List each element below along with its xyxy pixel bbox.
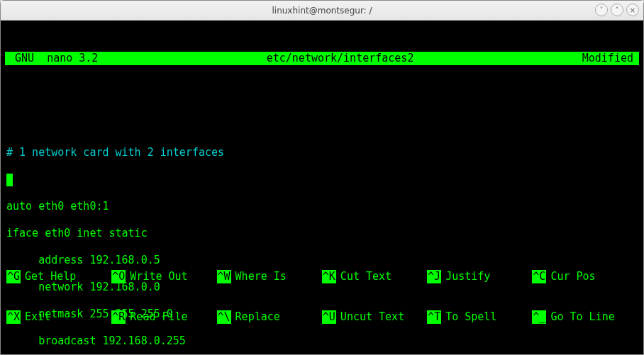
nano-status: Modified: [582, 52, 636, 65]
cursor-line: [6, 173, 643, 186]
shortcut-get-help[interactable]: ^GGet Help: [6, 270, 111, 283]
shortcut-write-out[interactable]: ^OWrite Out: [111, 270, 216, 283]
minimize-button[interactable]: ˅: [595, 4, 608, 16]
shortcut-cut-text[interactable]: ^KCut Text: [322, 270, 427, 283]
shortcut-replace[interactable]: ^\Replace: [217, 310, 322, 324]
shortcut-key: ^W: [217, 270, 231, 283]
window-title: linuxhint@montsegur: /: [272, 6, 372, 16]
shortcut-row-2: ^XExit ^RRead File ^\Replace ^UUncut Tex…: [6, 310, 638, 324]
maximize-button[interactable]: ˄: [611, 4, 623, 16]
shortcut-label: To Spell: [445, 310, 496, 324]
shortcut-label: Cur Pos: [550, 270, 595, 283]
shortcut-where-is[interactable]: ^WWhere Is: [217, 270, 322, 283]
shortcut-bar: ^GGet Help ^OWrite Out ^WWhere Is ^KCut …: [6, 243, 638, 351]
shortcut-row-1: ^GGet Help ^OWrite Out ^WWhere Is ^KCut …: [6, 270, 638, 283]
shortcut-key: ^U: [322, 310, 336, 324]
shortcut-label: Go To Line: [550, 310, 614, 324]
shortcut-label: Cut Text: [340, 270, 392, 283]
shortcut-key: ^_: [532, 310, 546, 324]
shortcut-key: ^O: [111, 270, 126, 283]
shortcut-uncut-text[interactable]: ^UUncut Text: [322, 310, 427, 324]
terminal-area[interactable]: GNU nano 3.2 etc/network/interfaces2 Mod…: [1, 21, 643, 354]
nano-version: GNU nano 3.2: [8, 52, 98, 65]
terminal-window: linuxhint@montsegur: / ˅ ˄ × GNU nano 3.…: [0, 0, 644, 355]
shortcut-key: ^C: [532, 270, 546, 283]
shortcut-label: Where Is: [235, 270, 287, 283]
window-titlebar: linuxhint@montsegur: / ˅ ˄ ×: [1, 1, 643, 21]
shortcut-read-file[interactable]: ^RRead File: [111, 310, 216, 324]
shortcut-key: ^G: [6, 270, 21, 283]
shortcut-label: Replace: [235, 310, 280, 324]
shortcut-key: ^X: [6, 310, 21, 324]
shortcut-exit[interactable]: ^XExit: [6, 310, 111, 324]
nano-header: GNU nano 3.2 etc/network/interfaces2 Mod…: [5, 52, 639, 65]
shortcut-key: ^T: [427, 310, 441, 324]
text-cursor: [6, 174, 13, 186]
shortcut-label: Read File: [130, 310, 187, 324]
shortcut-label: Get Help: [25, 270, 76, 283]
shortcut-key: ^R: [111, 310, 126, 324]
shortcut-key: ^K: [322, 270, 336, 283]
shortcut-label: Uncut Text: [340, 310, 404, 324]
close-button[interactable]: ×: [626, 4, 639, 16]
shortcut-label: Write Out: [130, 270, 187, 283]
shortcut-key: ^\: [217, 310, 231, 324]
nano-filename: etc/network/interfaces2: [98, 52, 582, 65]
shortcut-go-to-line[interactable]: ^_Go To Line: [532, 310, 637, 324]
editor-line: iface eth0 inet static: [6, 227, 643, 240]
shortcut-key: ^J: [427, 270, 441, 283]
window-controls: ˅ ˄ ×: [595, 4, 639, 16]
shortcut-cur-pos[interactable]: ^CCur Pos: [532, 270, 637, 283]
shortcut-justify[interactable]: ^JJustify: [427, 270, 532, 283]
editor-line: auto eth0 eth0:1: [6, 200, 643, 213]
shortcut-to-spell[interactable]: ^TTo Spell: [427, 310, 532, 324]
editor-comment-line: # 1 network card with 2 interfaces: [6, 146, 643, 159]
shortcut-label: Exit: [25, 310, 50, 324]
shortcut-label: Justify: [445, 270, 490, 283]
